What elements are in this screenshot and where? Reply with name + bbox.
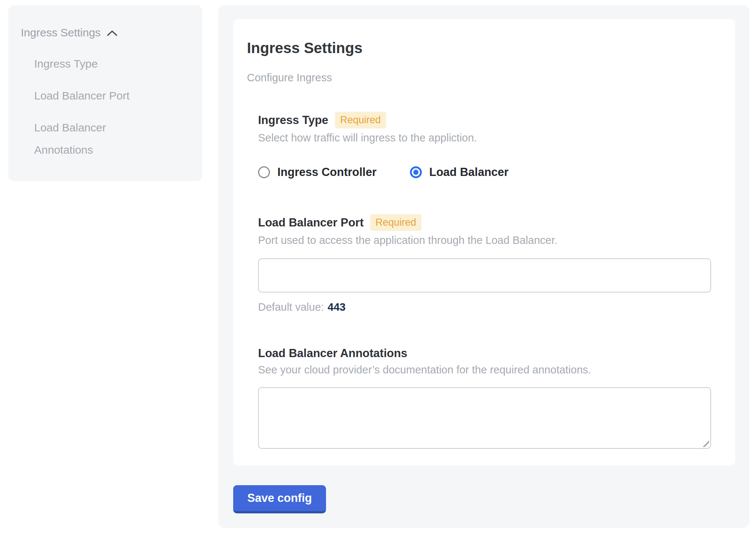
form-sections: Ingress Type Required Select how traffic… (258, 112, 711, 449)
radio-option-label: Load Balancer (429, 166, 509, 179)
lb-port-default-hint: Default value:443 (258, 300, 711, 314)
lb-port-description: Port used to access the application thro… (258, 233, 711, 247)
lb-port-input[interactable] (258, 258, 711, 293)
required-badge: Required (370, 214, 421, 231)
page: Ingress Settings Ingress Type Load Balan… (0, 0, 756, 528)
radio-circle-icon (258, 166, 270, 178)
ingress-settings-card: Ingress Settings Configure Ingress Ingre… (233, 19, 735, 466)
lb-annotations-textarea[interactable] (258, 387, 711, 449)
sidebar-item-load-balancer-annotations[interactable]: Load Balancer Annotations (34, 117, 160, 161)
default-value-number: 443 (328, 301, 345, 313)
sidebar-item-ingress-type[interactable]: Ingress Type (34, 53, 160, 75)
sidebar-item-load-balancer-port[interactable]: Load Balancer Port (34, 85, 160, 107)
sidebar-group-label: Ingress Settings (21, 24, 101, 41)
lb-annotations-label-row: Load Balancer Annotations (258, 346, 711, 360)
ingress-settings-panel: Ingress Settings Configure Ingress Ingre… (218, 5, 749, 528)
ingress-type-radio-group: Ingress Controller Load Balancer (258, 166, 711, 179)
section-load-balancer-annotations: Load Balancer Annotations See your cloud… (258, 346, 711, 449)
section-ingress-type: Ingress Type Required Select how traffic… (258, 112, 711, 179)
page-title: Ingress Settings (247, 39, 711, 57)
lb-port-label-row: Load Balancer Port Required (258, 214, 711, 231)
sidebar-group-ingress-settings[interactable]: Ingress Settings (21, 24, 191, 41)
sidebar-item-list: Ingress Type Load Balancer Port Load Bal… (34, 53, 191, 161)
required-badge: Required (335, 112, 386, 128)
save-config-button[interactable]: Save config (233, 485, 326, 513)
ingress-type-description: Select how traffic will ingress to the a… (258, 131, 711, 145)
default-value-label: Default value: (258, 301, 324, 313)
lb-annotations-label: Load Balancer Annotations (258, 346, 407, 360)
ingress-type-label-row: Ingress Type Required (258, 112, 711, 128)
radio-option-ingress-controller[interactable]: Ingress Controller (258, 166, 377, 179)
ingress-type-label: Ingress Type (258, 113, 328, 127)
lb-annotations-field (258, 387, 711, 449)
radio-option-load-balancer[interactable]: Load Balancer (410, 166, 509, 179)
radio-circle-icon (410, 166, 422, 178)
lb-annotations-description: See your cloud provider’s documentation … (258, 363, 711, 377)
lb-port-label: Load Balancer Port (258, 216, 364, 230)
radio-option-label: Ingress Controller (277, 166, 377, 179)
page-subtitle: Configure Ingress (247, 70, 711, 85)
settings-sidebar: Ingress Settings Ingress Type Load Balan… (8, 5, 202, 181)
chevron-up-icon (107, 30, 118, 37)
section-load-balancer-port: Load Balancer Port Required Port used to… (258, 214, 711, 314)
